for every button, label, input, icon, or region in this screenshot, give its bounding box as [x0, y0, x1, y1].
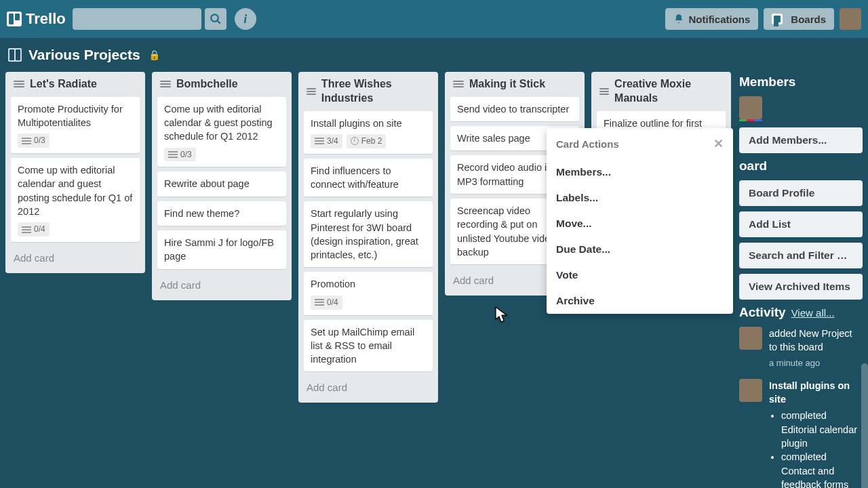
svg-line-1 — [217, 20, 220, 24]
app-header: Trello i Notifications Boards — [0, 0, 868, 38]
card[interactable]: Come up with editorial calendar and gues… — [11, 158, 140, 242]
card[interactable]: Set up MailChimp email list & RSS to ema… — [304, 320, 433, 372]
board-title[interactable]: Various Projects — [28, 47, 140, 63]
due-badge: Feb 2 — [347, 134, 387, 148]
popover-labels[interactable]: Labels... — [547, 185, 733, 211]
search-button[interactable] — [205, 8, 226, 30]
view-all-link[interactable]: View all... — [791, 307, 835, 319]
list-title[interactable]: Let's Radiate — [30, 77, 97, 92]
add-card[interactable]: Add card — [157, 274, 286, 298]
activity-avatar[interactable] — [739, 379, 762, 402]
search-icon — [210, 13, 222, 25]
list-lets-radiate: Let's Radiate Promote Productivity for M… — [5, 72, 145, 273]
logo-text: Trello — [26, 10, 66, 28]
list-menu-icon[interactable] — [453, 79, 464, 89]
add-members-button[interactable]: Add Members... — [739, 127, 863, 153]
card[interactable]: Promotion 0/4 — [304, 272, 433, 314]
card[interactable]: Install plugins on site 3/4 Feb 2 — [304, 111, 433, 154]
card[interactable]: Find influencers to connect with/feature — [304, 159, 433, 197]
members-heading: Members — [739, 75, 863, 89]
logo[interactable]: Trello — [7, 10, 66, 28]
close-icon[interactable]: ✕ — [713, 136, 724, 151]
checklist-badge: 0/4 — [311, 296, 342, 310]
popover-archive[interactable]: Archive — [547, 288, 733, 314]
list-title[interactable]: Three Wishes Industries — [321, 77, 430, 106]
list-menu-icon[interactable] — [160, 79, 171, 89]
card[interactable]: Start regularly using Pinterest for 3WI … — [304, 201, 433, 267]
list-title[interactable]: Creative Moxie Manuals — [614, 77, 723, 106]
card[interactable]: Promote Productivity for Multipotentiali… — [11, 97, 140, 153]
info-button[interactable]: i — [235, 8, 256, 30]
board-header: Various Projects 🔒 — [0, 38, 868, 72]
card[interactable]: Rewrite about page — [157, 171, 286, 196]
card-actions-popover: Card Actions ✕ Members... Labels... Move… — [547, 128, 733, 314]
boards-icon — [772, 14, 783, 24]
activity-heading: Activity — [739, 305, 786, 320]
view-archived-button[interactable]: View Archived Items — [739, 274, 863, 300]
member-avatar[interactable] — [739, 96, 762, 119]
popover-due-date[interactable]: Due Date... — [547, 237, 733, 262]
add-list-button[interactable]: Add List — [739, 211, 863, 237]
card[interactable]: Find new theme? — [157, 201, 286, 226]
add-card[interactable]: Add card — [11, 247, 140, 270]
scrollbar[interactable] — [861, 363, 868, 488]
popover-members[interactable]: Members... — [547, 159, 733, 185]
board-icon — [8, 48, 22, 62]
add-card[interactable]: Add card — [304, 376, 433, 400]
list-bombchelle: Bombchelle Come up with editorial calend… — [152, 72, 292, 300]
checklist-badge: 0/4 — [18, 222, 50, 237]
popover-title: Card Actions — [556, 138, 619, 150]
popover-move[interactable]: Move... — [547, 211, 733, 237]
activity-item: Install plugins on site completed Editor… — [739, 379, 863, 488]
checklist-badge: 0/3 — [164, 148, 196, 162]
activity-item: added New Project to this board a minute… — [739, 327, 863, 369]
search-filter-button[interactable]: Search and Filter Car... — [739, 243, 863, 268]
board-sidebar: Members Add Members... oard Board Profil… — [731, 72, 865, 488]
board-heading: oard — [739, 159, 863, 174]
bell-icon — [673, 14, 684, 24]
trello-logo-icon — [7, 12, 22, 26]
search-input[interactable] — [73, 8, 201, 30]
popover-vote[interactable]: Vote — [547, 262, 733, 288]
list-three-wishes: Three Wishes Industries Install plugins … — [298, 72, 438, 403]
checklist-badge: 0/3 — [18, 134, 50, 148]
card[interactable]: Hire Sammi J for logo/FB page — [157, 230, 286, 269]
list-menu-icon[interactable] — [599, 87, 609, 96]
notifications-button[interactable]: Notifications — [665, 8, 758, 30]
checklist-badge: 3/4 — [311, 134, 342, 148]
list-title[interactable]: Making it Stick — [469, 77, 545, 92]
svg-point-0 — [211, 14, 218, 22]
board-profile-button[interactable]: Board Profile — [739, 180, 863, 206]
list-title[interactable]: Bombchelle — [176, 77, 238, 92]
list-menu-icon[interactable] — [14, 79, 24, 89]
board-content: Let's Radiate Promote Productivity for M… — [0, 72, 868, 488]
list-menu-icon[interactable] — [307, 87, 316, 96]
user-avatar[interactable] — [840, 8, 861, 30]
boards-button[interactable]: Boards — [764, 8, 834, 30]
card[interactable]: Come up with editorial calendar & guest … — [157, 97, 286, 167]
lock-icon[interactable]: 🔒 — [149, 49, 160, 60]
card[interactable]: Send video to transcripter — [450, 97, 579, 121]
activity-avatar[interactable] — [739, 327, 762, 350]
